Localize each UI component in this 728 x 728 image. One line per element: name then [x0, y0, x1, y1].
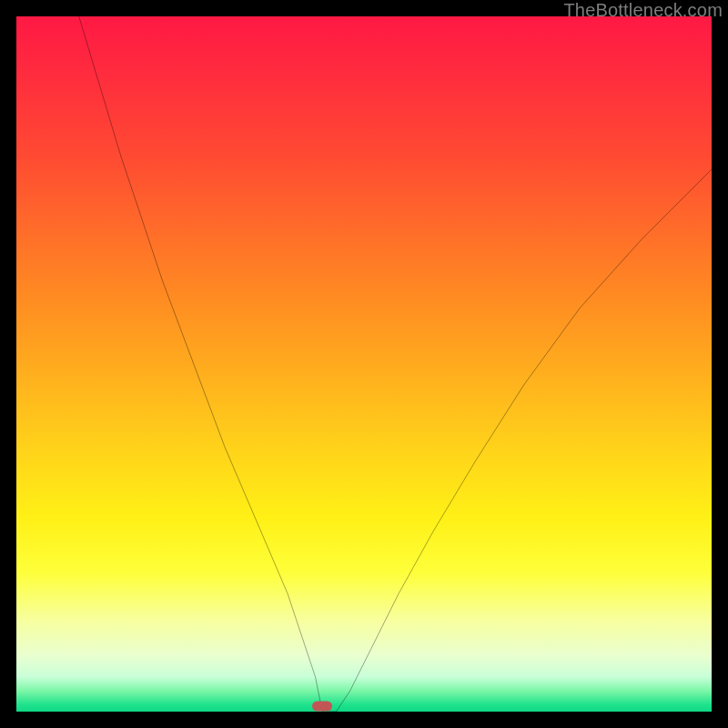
plot-area — [16, 16, 712, 712]
optimum-marker — [312, 701, 332, 711]
curve-path — [79, 16, 712, 712]
bottleneck-curve — [16, 16, 712, 712]
chart-stage: TheBottleneck.com — [0, 0, 728, 728]
